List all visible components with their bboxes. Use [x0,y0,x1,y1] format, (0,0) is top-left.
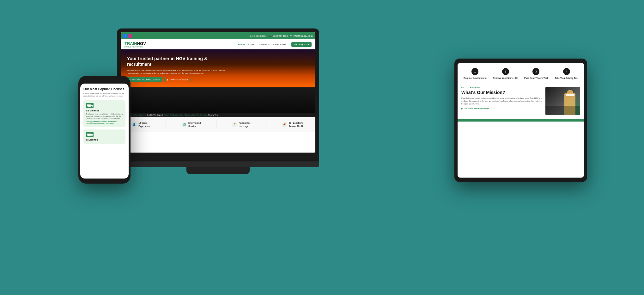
stat-divider-1 [166,121,166,129]
laptop-base [117,161,319,167]
phone-card-c: C License [83,129,125,144]
tablet-mockup: 1 Register Your Interest 2 Recieve Your … [454,59,587,182]
laptop-stand [186,167,250,174]
social-icons: f i [123,34,132,38]
stat-divider-2 [216,121,216,129]
hero-headline: Your trusted partner in HGV training & r… [127,56,227,67]
tablet-mission-text: GET TO KNOW US What's Our Mission? Found… [461,87,542,115]
stat-service-label: End-To-EndService [188,122,201,127]
step-4: 4 Take Your Driving Test [553,68,580,79]
experience-icon: 👤 [131,122,137,128]
stat-experience: 👤 15 YearsExperience [131,122,150,127]
arrow-icon: ▶ [461,107,463,110]
tablet-steps: 1 Register Your Interest 2 Recieve Your … [458,63,584,83]
laptop-navbar: TRAINHGV DRIVING YOUR FUTURE Home About … [121,39,315,49]
step-2-label: Recieve Your Starter Kit [493,77,518,79]
c1-card-icon [86,103,94,108]
stat-locations: 📌 50+ LocationsAcross The UK [282,122,304,127]
explore-licenses-button[interactable]: ▶ EXPLORE LICENSES [164,77,191,82]
talk-advisor-button[interactable]: ▶ TALK TO A TRAINING ADVISOR [127,77,162,82]
get-quote-button[interactable]: GET A QUOTE [291,42,312,47]
step-4-number: 4 [563,68,570,75]
mission-title: What's Our Mission? [461,90,542,95]
tablet-screen: 1 Register Your Interest 2 Recieve Your … [458,63,584,178]
mission-link-text: Talk to our training advisors [464,108,489,110]
c1-card-description: This license covers small delivery vehic… [86,113,123,120]
hero-subtext: Founded with a clear mission to provide … [127,69,227,74]
ticker-part2: Quality You Expect, [147,114,164,116]
step-3-number: 3 [532,68,539,75]
instagram-icon: i [128,34,132,38]
stat-service: 🔄 End-To-EndService [181,122,201,127]
svg-rect-0 [87,104,91,107]
ticker-part4: Opportunities You Deserve. [185,114,208,116]
step-1: 1 Register Your Interest [461,68,489,79]
step-4-label: Take Your Driving Test [555,77,578,79]
hero-buttons: ▶ TALK TO A TRAINING ADVISOR ▶ EXPLORE L… [127,77,227,82]
nav-links: Home About Licenses ▾ Recruitment [238,43,286,46]
step-2-number: 2 [502,68,509,75]
step-1-label: Register Your Interest [464,77,487,79]
stat-coverage-label: Nationwidecoverage [239,122,251,127]
c-card-icon [86,132,94,137]
mission-image [545,87,580,115]
laptop-hero: Your trusted partner in HGV training & r… [121,49,315,113]
truck-icon-small [87,104,93,107]
laptop-frame: f i Get a free quote: 📞 0330 054 5636 ✉ … [117,28,319,161]
stat-locations-label: 50+ LocationsAcross The UK [289,122,304,127]
coverage-icon: 📍 [232,122,238,128]
phone-icon: 📞 [268,35,271,37]
step-3: 3 Pass Your Theory Test [522,68,550,79]
ticker-text: Opportunities You Deserve. Quality You E… [121,114,220,116]
phone-mockup: Our Most Popular Licenses If you are loo… [78,76,131,184]
step-2: 2 Recieve Your Starter Kit [492,68,519,79]
phone-screen: Our Most Popular Licenses If you are loo… [80,84,129,179]
phone-page-subtitle: If you are looking for an HGV training c… [83,92,125,97]
talk-advisor-label: TALK TO A TRAINING ADVISOR [132,79,160,81]
phone-page-title: Our Most Popular Licenses [83,87,125,91]
email-address: info@trainhgv.co.uk [294,35,313,37]
stat-divider-3 [266,121,266,129]
service-icon: 🔄 [181,122,187,128]
nav-link-recruitment[interactable]: Recruitment [273,43,286,46]
hero-overlay: Your trusted partner in HGV training & r… [127,56,227,82]
tablet-mission-section: GET TO KNOW US What's Our Mission? Found… [458,83,584,119]
phone-number: 0330 054 5636 [273,35,288,37]
get-quote-label: Get a free quote: [250,35,266,37]
explore-licenses-label: EXPLORE LICENSES [170,79,189,81]
locations-icon: 📌 [282,122,287,128]
stats-bar: 👤 15 YearsExperience 🔄 End-To-EndService… [121,117,315,132]
logo-train: TRAIN [125,41,137,46]
c1-card-jobs: Job Opportunities: Roles for paramedics,… [86,121,123,124]
c-card-title: C License [86,138,123,141]
laptop-topbar: f i Get a free quote: 📞 0330 054 5636 ✉ … [121,32,315,39]
chevron-icon-2: ▶ [167,78,169,81]
logo-hgv: HGV [137,41,146,46]
truck-icon-c [87,133,93,136]
stat-coverage: 📍 Nationwidecoverage [232,122,251,127]
nav-link-licenses[interactable]: Licenses ▾ [258,43,270,46]
ticker-part5: Quality You [208,114,218,116]
nav-link-home[interactable]: Home [238,43,245,46]
phone-notch [97,79,112,82]
email-icon: ✉ [290,35,292,37]
tablet-bottom-bar [458,119,584,122]
step-1-number: 1 [471,68,478,75]
laptop-mockup: f i Get a free quote: 📞 0330 054 5636 ✉ … [117,28,319,174]
mission-image-bg [545,87,580,115]
step-3-label: Pass Your Theory Test [524,77,548,79]
laptop-screen: f i Get a free quote: 📞 0330 054 5636 ✉ … [121,32,315,153]
ticker-part3: Prices You'll Appreciate. [164,114,185,116]
mission-link[interactable]: ▶ Talk to our training advisors [461,107,542,110]
site-logo: TRAINHGV DRIVING YOUR FUTURE [125,41,233,48]
nav-link-about[interactable]: About [248,43,254,46]
logo-tagline: DRIVING YOUR FUTURE [125,46,233,48]
c1-card-title: C1 License [86,109,123,112]
mission-description: Founded with a clear mission to provide … [461,97,542,105]
mission-tag: GET TO KNOW US [461,87,542,89]
ticker-bar: Opportunities You Deserve. Quality You E… [121,113,315,117]
stat-experience-label: 15 YearsExperience [138,122,150,127]
facebook-icon: f [123,34,127,38]
phone-card-c1: C1 License This license covers small del… [83,100,125,127]
